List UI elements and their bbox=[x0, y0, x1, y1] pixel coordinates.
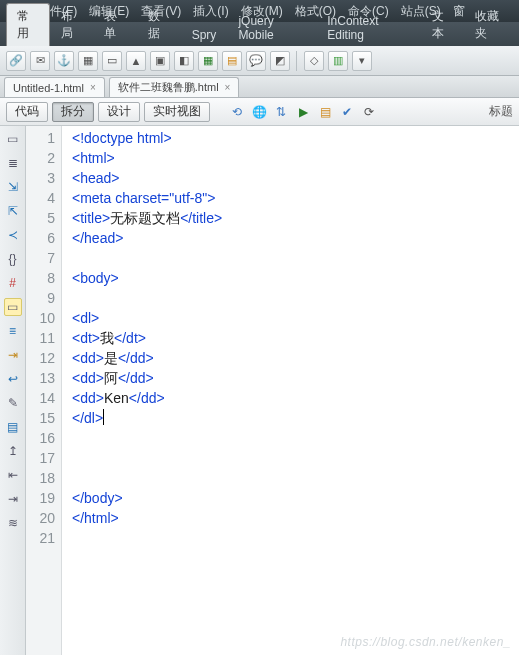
vt-word-wrap-icon[interactable]: ↩ bbox=[4, 370, 22, 388]
code-line[interactable] bbox=[72, 288, 519, 308]
line-number: 13 bbox=[26, 368, 55, 388]
line-number: 12 bbox=[26, 348, 55, 368]
vt-highlight-invalid-icon[interactable]: ▭ bbox=[4, 298, 22, 316]
refresh-icon[interactable]: ⟳ bbox=[360, 103, 378, 121]
doc-tab-1[interactable]: 软件二班魏鲁鹏.html× bbox=[109, 77, 240, 97]
code-line[interactable]: <body> bbox=[72, 268, 519, 288]
preview-icon[interactable]: ▶ bbox=[294, 103, 312, 121]
tool-anchor-icon[interactable]: ⚓ bbox=[54, 51, 74, 71]
doc-tab-0[interactable]: Untitled-1.html× bbox=[4, 77, 105, 97]
code-line[interactable] bbox=[72, 468, 519, 488]
line-number: 1 bbox=[26, 128, 55, 148]
tool-server-icon[interactable]: ▤ bbox=[222, 51, 242, 71]
menu-item-3[interactable]: 插入(I) bbox=[193, 3, 228, 20]
code-line[interactable]: <title>无标题文档</title> bbox=[72, 208, 519, 228]
tool-image-icon[interactable]: ▲ bbox=[126, 51, 146, 71]
code-line[interactable]: </head> bbox=[72, 228, 519, 248]
category-tab-6[interactable]: InContext Editing bbox=[316, 9, 421, 46]
inspect-icon[interactable]: ⇅ bbox=[272, 103, 290, 121]
line-number: 11 bbox=[26, 328, 55, 348]
live-view-options-icon[interactable]: 🌐 bbox=[250, 103, 268, 121]
vt-collapse-full-tag-icon[interactable]: ⇲ bbox=[4, 178, 22, 196]
category-tab-1[interactable]: 布局 bbox=[50, 3, 94, 46]
tool-email-icon[interactable]: ✉ bbox=[30, 51, 50, 71]
vt-open-documents-icon[interactable]: ▭ bbox=[4, 130, 22, 148]
tool-date-icon[interactable]: ▦ bbox=[198, 51, 218, 71]
category-tab-2[interactable]: 表单 bbox=[93, 3, 137, 46]
line-number: 14 bbox=[26, 388, 55, 408]
view-button-3[interactable]: 实时视图 bbox=[144, 102, 210, 122]
close-icon[interactable]: × bbox=[90, 82, 96, 93]
validate-icon[interactable]: ✔ bbox=[338, 103, 356, 121]
view-button-1[interactable]: 拆分 bbox=[52, 102, 94, 122]
code-line[interactable]: </dl> bbox=[72, 408, 519, 428]
title-label: 标题 bbox=[489, 103, 513, 120]
code-line[interactable]: <dd>阿</dd> bbox=[72, 368, 519, 388]
line-number: 5 bbox=[26, 208, 55, 228]
code-content[interactable]: <!doctype html><html><head><meta charset… bbox=[62, 126, 519, 655]
line-number: 4 bbox=[26, 188, 55, 208]
main-area: ▭ ≣ ⇲ ⇱ ≺ {} # ▭ ≡ ⇥ ↩ ✎ ▤ ↥ ⇤ ⇥ ≋ 12345… bbox=[0, 126, 519, 655]
vt-auto-indent-icon[interactable]: ⇥ bbox=[4, 346, 22, 364]
code-editor[interactable]: 123456789101112131415161718192021 <!doct… bbox=[26, 126, 519, 655]
vt-balance-braces-icon[interactable]: {} bbox=[4, 250, 22, 268]
view-button-0[interactable]: 代码 bbox=[6, 102, 48, 122]
line-number: 15 bbox=[26, 408, 55, 428]
view-button-2[interactable]: 设计 bbox=[98, 102, 140, 122]
category-tab-5[interactable]: jQuery Mobile bbox=[227, 9, 316, 46]
code-line[interactable]: </body> bbox=[72, 488, 519, 508]
tool-media-icon[interactable]: ▣ bbox=[150, 51, 170, 71]
vt-select-parent-tag-icon[interactable]: ≺ bbox=[4, 226, 22, 244]
code-line[interactable]: <dl> bbox=[72, 308, 519, 328]
live-code-icon[interactable]: ⟲ bbox=[228, 103, 246, 121]
tool-tag-chooser-icon[interactable]: ▾ bbox=[352, 51, 372, 71]
category-tab-8[interactable]: 收藏夹 bbox=[464, 3, 519, 46]
code-line[interactable] bbox=[72, 448, 519, 468]
vt-line-numbers-icon[interactable]: # bbox=[4, 274, 22, 292]
category-tab-0[interactable]: 常用 bbox=[6, 3, 50, 46]
tool-hyperlink-icon[interactable]: 🔗 bbox=[6, 51, 26, 71]
line-number: 21 bbox=[26, 528, 55, 548]
line-number: 10 bbox=[26, 308, 55, 328]
vt-indent-icon[interactable]: ⇤ bbox=[4, 466, 22, 484]
code-line[interactable]: <dd>是</dd> bbox=[72, 348, 519, 368]
vt-outdent-icon[interactable]: ⇥ bbox=[4, 490, 22, 508]
toolbar-separator bbox=[296, 51, 298, 71]
vt-move-up-icon[interactable]: ↥ bbox=[4, 442, 22, 460]
document-view-bar: 代码拆分设计实时视图 ⟲ 🌐 ⇅ ▶ ▤ ✔ ⟳ 标题 bbox=[0, 98, 519, 126]
file-mgmt-icon[interactable]: ▤ bbox=[316, 103, 334, 121]
category-tab-3[interactable]: 数据 bbox=[137, 3, 181, 46]
vt-format-source-icon[interactable]: ≋ bbox=[4, 514, 22, 532]
vt-syntax-color-icon[interactable]: ≡ bbox=[4, 322, 22, 340]
code-line[interactable]: <meta charset="utf-8"> bbox=[72, 188, 519, 208]
code-line[interactable]: <dt>我</dt> bbox=[72, 328, 519, 348]
tool-comment-icon[interactable]: 💬 bbox=[246, 51, 266, 71]
vt-snippets-icon[interactable]: ✎ bbox=[4, 394, 22, 412]
line-number: 3 bbox=[26, 168, 55, 188]
vt-show-code-nav-icon[interactable]: ≣ bbox=[4, 154, 22, 172]
tool-head-icon[interactable]: ◩ bbox=[270, 51, 290, 71]
code-line[interactable]: <html> bbox=[72, 148, 519, 168]
code-line[interactable] bbox=[72, 428, 519, 448]
line-number: 2 bbox=[26, 148, 55, 168]
close-icon[interactable]: × bbox=[225, 82, 231, 93]
code-line[interactable]: <dd>Ken</dd> bbox=[72, 388, 519, 408]
code-line[interactable]: <!doctype html> bbox=[72, 128, 519, 148]
tool-templates-icon[interactable]: ▥ bbox=[328, 51, 348, 71]
code-line[interactable]: </html> bbox=[72, 508, 519, 528]
line-number: 6 bbox=[26, 228, 55, 248]
code-line[interactable] bbox=[72, 248, 519, 268]
code-line[interactable]: <head> bbox=[72, 168, 519, 188]
line-number: 8 bbox=[26, 268, 55, 288]
vt-expand-all-icon[interactable]: ⇱ bbox=[4, 202, 22, 220]
tool-div-icon[interactable]: ▭ bbox=[102, 51, 122, 71]
line-number: 9 bbox=[26, 288, 55, 308]
category-tab-7[interactable]: 文本 bbox=[421, 3, 465, 46]
tool-table-icon[interactable]: ▦ bbox=[78, 51, 98, 71]
vt-recent-snippets-icon[interactable]: ▤ bbox=[4, 418, 22, 436]
tool-script-icon[interactable]: ◇ bbox=[304, 51, 324, 71]
code-line[interactable] bbox=[72, 528, 519, 548]
tool-widget-icon[interactable]: ◧ bbox=[174, 51, 194, 71]
doc-tab-label: 软件二班魏鲁鹏.html bbox=[118, 80, 219, 95]
category-tab-4[interactable]: Spry bbox=[181, 23, 228, 46]
